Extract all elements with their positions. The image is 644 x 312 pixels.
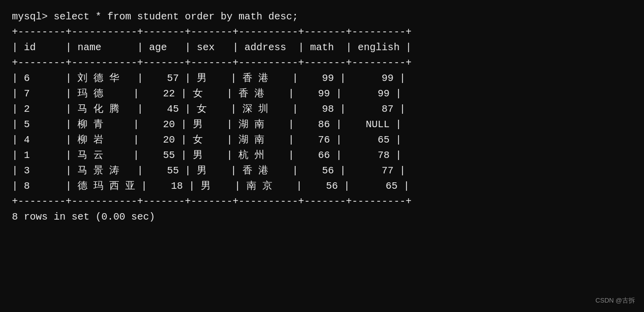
- watermark: CSDN @古拆: [595, 296, 635, 305]
- command-line: mysql> select * from student order by ma…: [12, 9, 632, 24]
- result-line: 8 rows in set (0.00 sec): [12, 209, 632, 225]
- terminal-window: mysql> select * from student order by ma…: [12, 9, 632, 225]
- terminal-output: +--------+-----------+-------+-------+--…: [12, 24, 632, 209]
